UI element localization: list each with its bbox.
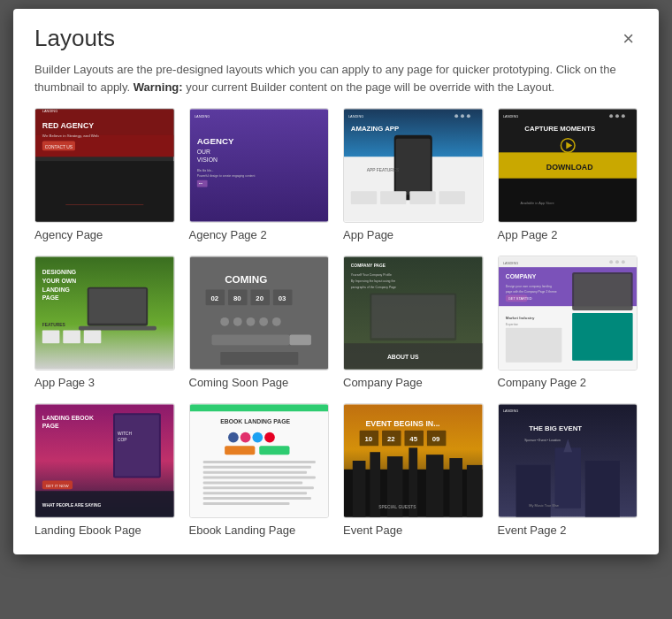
svg-text:COMING: COMING [225, 273, 267, 285]
layout-item-ebook-landing-page[interactable]: EBOOK LANDING PAGE [189, 403, 330, 537]
modal-header: Layouts × [13, 9, 659, 61]
svg-text:OUR: OUR [196, 149, 210, 155]
svg-rect-157 [584, 461, 619, 517]
svg-point-88 [609, 260, 613, 264]
layout-label-company-page: Company Page [343, 376, 484, 389]
svg-text:By Improving the layout using : By Improving the layout using the [351, 279, 395, 283]
layout-thumb-app-page-3[interactable]: DESIGNING YOUR OWN LANDING PAGE FEATURES [34, 256, 175, 371]
svg-text:COP: COP [118, 438, 127, 442]
svg-rect-73 [211, 334, 289, 345]
svg-text:GET STARTED: GET STARTED [508, 296, 531, 301]
svg-rect-57 [84, 331, 102, 344]
layout-item-app-page-3[interactable]: DESIGNING YOUR OWN LANDING PAGE FEATURES [34, 256, 175, 389]
layout-item-agency-page[interactable]: RED AGENCY We Believe in Strategy, and W… [34, 108, 175, 241]
svg-rect-74 [289, 334, 310, 345]
svg-point-70 [246, 317, 255, 326]
layout-label-event-page-2: Event Page 2 [498, 523, 638, 537]
svg-text:02: 02 [210, 294, 218, 302]
svg-text:Design your own company landin: Design your own company landing [505, 285, 551, 288]
svg-text:LANDING: LANDING [42, 109, 57, 113]
svg-text:ABOUT US: ABOUT US [387, 354, 419, 360]
svg-text:10: 10 [364, 435, 372, 443]
svg-rect-53 [79, 326, 157, 331]
layout-thumb-agency-page[interactable]: RED AGENCY We Believe in Strategy, and W… [34, 108, 175, 223]
svg-rect-127 [202, 481, 302, 484]
svg-rect-101 [505, 328, 561, 363]
layout-item-coming-soon-page[interactable]: COMING 02 80 20 03 [189, 256, 330, 389]
svg-text:45: 45 [409, 435, 417, 443]
svg-text:COMPANY: COMPANY [505, 273, 536, 279]
svg-rect-147 [426, 455, 444, 516]
layout-thumb-company-page[interactable]: COMPANY PAGE Yourself Your Company Profi… [343, 256, 484, 371]
modal-description: Builder Layouts are the pre-designed lay… [13, 61, 659, 108]
svg-text:DESIGNING: DESIGNING [42, 269, 76, 275]
svg-rect-115 [190, 404, 329, 411]
svg-rect-107 [115, 415, 159, 476]
svg-text:LANDING: LANDING [502, 114, 517, 118]
layout-item-event-page[interactable]: EVENT BEGINS IN... 10 22 45 09 [343, 403, 484, 537]
svg-text:CONTACT US: CONTACT US [45, 145, 73, 149]
layout-thumb-ebook-landing-page[interactable]: EBOOK LANDING PAGE [189, 403, 330, 518]
svg-point-120 [264, 432, 275, 443]
svg-text:THE BIG EVENT: THE BIG EVENT [529, 424, 582, 432]
layout-thumb-app-page[interactable]: LANDING AMAZING APP APP FEATURES [343, 108, 484, 223]
svg-rect-75 [220, 352, 298, 365]
svg-text:LANDING EBOOK: LANDING EBOOK [42, 415, 94, 421]
svg-point-68 [220, 317, 229, 326]
svg-text:YOUR OWN: YOUR OWN [42, 278, 76, 284]
svg-point-117 [228, 432, 239, 443]
svg-text:EBOOK LANDING PAGE: EBOOK LANDING PAGE [220, 418, 290, 424]
svg-point-41 [621, 114, 624, 118]
svg-text:SPECIAL GUESTS: SPECIAL GUESTS [378, 505, 416, 509]
svg-text:VISION: VISION [196, 157, 217, 163]
svg-text:WHAT PEOPLE ARE SAYING: WHAT PEOPLE ARE SAYING [42, 503, 102, 508]
svg-rect-28 [396, 139, 431, 195]
layout-thumb-event-page[interactable]: EVENT BEGINS IN... 10 22 45 09 [343, 403, 484, 518]
svg-rect-56 [63, 331, 80, 344]
svg-text:20: 20 [256, 294, 263, 302]
svg-text:Bla bla bla...: Bla bla bla... [196, 169, 213, 172]
svg-text:FEATURES: FEATURES [42, 323, 66, 327]
layouts-grid: RED AGENCY We Believe in Strategy, and W… [34, 108, 638, 537]
svg-rect-154 [554, 447, 580, 508]
layout-item-company-page[interactable]: COMPANY PAGE Yourself Your Company Profi… [343, 256, 484, 389]
layout-thumb-event-page-2[interactable]: LANDING THE BIG EVENT My Music Tour E [498, 403, 638, 518]
layout-thumb-company-page-2[interactable]: LANDING COMPANY Design your own company … [498, 256, 638, 371]
close-button[interactable]: × [619, 26, 638, 52]
layout-item-event-page-2[interactable]: LANDING THE BIG EVENT My Music Tour E [498, 403, 638, 537]
svg-point-26 [467, 114, 470, 118]
layout-thumb-agency-page-2[interactable]: LANDING AGENCY OUR VISION Bla bla bla...… [189, 108, 330, 223]
layout-item-company-page-2[interactable]: LANDING COMPANY Design your own company … [498, 256, 638, 389]
layout-thumb-coming-soon-page[interactable]: COMING 02 80 20 03 [189, 256, 330, 371]
svg-text:Market Industry: Market Industry [505, 316, 534, 320]
modal-dialog: Layouts × Builder Layouts are the pre-de… [13, 9, 659, 554]
svg-text:page with the Company Page 2 t: page with the Company Page 2 theme [505, 290, 556, 294]
svg-text:Sponsor • Event • Location: Sponsor • Event • Location [524, 439, 561, 442]
layout-item-app-page-2[interactable]: DOWNLOAD LANDING CAPTURE MOMENTS Avail [498, 108, 638, 241]
svg-rect-149 [467, 465, 483, 517]
svg-rect-123 [202, 461, 315, 463]
svg-rect-10 [65, 204, 143, 205]
svg-rect-130 [202, 497, 310, 500]
layout-label-app-page: App Page [343, 228, 484, 241]
svg-point-89 [615, 260, 619, 264]
svg-rect-156 [515, 465, 550, 517]
svg-text:WITCH: WITCH [118, 432, 132, 436]
svg-text:PAGE: PAGE [42, 423, 59, 429]
modal-title: Layouts [34, 25, 115, 52]
overlay: Layouts × Builder Layouts are the pre-de… [0, 0, 672, 619]
layout-thumb-landing-ebook-page[interactable]: LANDING EBOOK PAGE WITCH COP WHAT PEOPLE… [34, 403, 175, 518]
layout-thumb-app-page-2[interactable]: DOWNLOAD LANDING CAPTURE MOMENTS Avail [498, 108, 638, 223]
svg-text:paragraphs of the Company Page: paragraphs of the Company Page [351, 286, 396, 289]
svg-rect-30 [351, 191, 377, 204]
layout-label-app-page-3: App Page 3 [34, 376, 175, 389]
layout-item-app-page[interactable]: LANDING AMAZING APP APP FEATURES [343, 108, 484, 241]
svg-rect-122 [259, 446, 289, 455]
layout-item-agency-page-2[interactable]: LANDING AGENCY OUR VISION Bla bla bla...… [189, 108, 330, 241]
svg-text:LANDING: LANDING [502, 261, 517, 265]
layout-item-landing-ebook-page[interactable]: LANDING EBOOK PAGE WITCH COP WHAT PEOPLE… [34, 403, 175, 537]
layout-label-agency-page: Agency Page [34, 228, 175, 241]
layout-label-company-page-2: Company Page 2 [498, 376, 638, 389]
svg-rect-124 [202, 466, 310, 469]
layout-label-landing-ebook-page: Landing Ebook Page [34, 523, 175, 537]
